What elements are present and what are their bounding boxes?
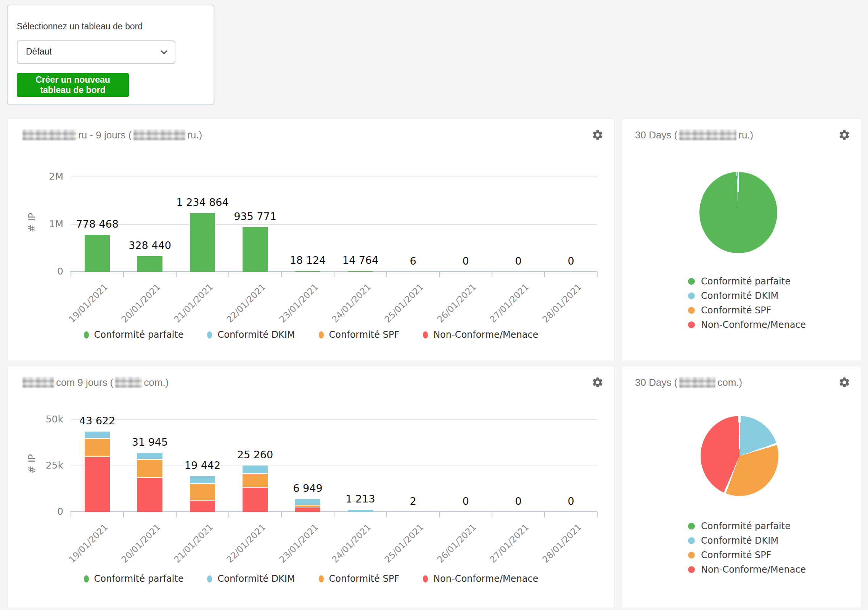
x-axis-tick bbox=[123, 272, 124, 277]
bar-segment[interactable] bbox=[243, 474, 268, 487]
pie-chart[interactable] bbox=[699, 172, 777, 253]
bar-segment[interactable] bbox=[85, 438, 110, 457]
bar-segment[interactable] bbox=[348, 510, 373, 512]
legend-item[interactable]: Conformité SPF bbox=[319, 329, 400, 340]
pie-chart[interactable] bbox=[701, 416, 778, 496]
bar-segment[interactable] bbox=[137, 256, 162, 272]
segment-separator bbox=[137, 477, 162, 478]
x-axis-tick bbox=[597, 512, 598, 517]
dashboard-select[interactable]: Défaut bbox=[17, 40, 175, 64]
legend-item[interactable]: Conformité DKIM bbox=[688, 289, 806, 303]
legend-marker bbox=[688, 523, 695, 530]
bar-segment[interactable] bbox=[243, 487, 268, 512]
x-axis-tick bbox=[281, 272, 282, 277]
legend-item[interactable]: Non-Conforme/Menace bbox=[688, 562, 806, 577]
bar-segment[interactable] bbox=[85, 235, 110, 272]
bar-segment[interactable] bbox=[137, 478, 162, 512]
bar-segment[interactable] bbox=[295, 271, 320, 272]
legend-label: Conformité parfaite bbox=[701, 276, 791, 287]
pie-chart-card-ru: 30 Days (ru.) Conformité parfaiteConform… bbox=[622, 119, 861, 361]
y-axis-title: # IP bbox=[26, 199, 37, 245]
legend-item[interactable]: Conformité parfaite bbox=[688, 274, 806, 289]
x-axis-tick bbox=[386, 512, 387, 517]
bar-segment[interactable] bbox=[243, 466, 268, 474]
x-axis-tick bbox=[176, 512, 177, 517]
legend-label: Conformité DKIM bbox=[701, 291, 778, 301]
legend-item[interactable]: Conformité parfaite bbox=[84, 329, 184, 340]
create-dashboard-button[interactable]: Créer un nouveau tableau de bord bbox=[17, 73, 129, 97]
bar-segment[interactable] bbox=[190, 213, 215, 272]
legend-marker bbox=[688, 307, 695, 314]
plot-area: 43 62231 94519 44225 2606 9491 2132000 bbox=[71, 420, 597, 512]
bar-segment[interactable] bbox=[295, 499, 320, 505]
segment-separator bbox=[295, 505, 320, 506]
x-axis-tick bbox=[334, 512, 334, 517]
bar-value-label: 6 949 bbox=[266, 482, 350, 494]
bar-segment[interactable] bbox=[85, 457, 110, 512]
y-gridline bbox=[71, 177, 597, 177]
bar-chart-card-com: com 9 jours (com.) 43 62231 94519 44225 … bbox=[8, 366, 614, 608]
legend-item[interactable]: Conformité parfaite bbox=[84, 573, 184, 584]
legend-marker bbox=[688, 278, 695, 285]
bar-segment[interactable] bbox=[243, 227, 268, 272]
x-axis-label: 21/01/2021 bbox=[162, 522, 215, 575]
bar-segment[interactable] bbox=[190, 476, 215, 483]
segment-separator bbox=[295, 507, 320, 507]
x-axis-label: 25/01/2021 bbox=[373, 522, 426, 575]
legend-marker bbox=[84, 331, 89, 339]
bar-segment[interactable] bbox=[190, 483, 215, 500]
bar-segment[interactable] bbox=[137, 453, 162, 459]
legend-item[interactable]: Conformité SPF bbox=[688, 548, 806, 562]
bar-segment[interactable] bbox=[295, 507, 320, 512]
x-axis-label: 24/01/2021 bbox=[320, 522, 373, 575]
chart-legend: Conformité parfaiteConformité DKIMConfor… bbox=[8, 573, 614, 584]
bar-chart-com: 43 62231 94519 44225 2606 9491 213200050… bbox=[8, 366, 614, 608]
x-axis-tick bbox=[544, 272, 545, 277]
y-axis-tick-label: 2M bbox=[6, 171, 63, 182]
x-axis-label: 20/01/2021 bbox=[109, 282, 162, 335]
legend-label: Conformité SPF bbox=[329, 329, 400, 340]
legend-label: Conformité parfaite bbox=[94, 573, 184, 584]
legend-label: Non-Conforme/Menace bbox=[701, 564, 806, 575]
legend-item[interactable]: Non-Conforme/Menace bbox=[423, 329, 538, 340]
segment-separator bbox=[85, 438, 110, 439]
segment-separator bbox=[190, 500, 215, 501]
legend-marker bbox=[319, 575, 324, 583]
bar-value-label: 778 468 bbox=[55, 218, 139, 230]
legend-item[interactable]: Conformité DKIM bbox=[688, 533, 806, 548]
x-axis-tick bbox=[281, 512, 282, 517]
legend-label: Conformité DKIM bbox=[217, 329, 295, 340]
legend-label: Conformité SPF bbox=[329, 573, 400, 584]
x-axis-label: 28/01/2021 bbox=[530, 282, 583, 335]
segment-separator bbox=[137, 459, 162, 460]
x-axis-label: 26/01/2021 bbox=[425, 282, 478, 335]
legend-marker bbox=[423, 575, 428, 583]
legend-item[interactable]: Non-Conforme/Menace bbox=[688, 318, 806, 332]
pie-chart-ru: Conformité parfaiteConformité DKIMConfor… bbox=[622, 119, 861, 361]
y-axis-tick-label: 0 bbox=[6, 506, 63, 517]
x-axis-label: 22/01/2021 bbox=[215, 522, 268, 575]
legend-marker bbox=[688, 537, 695, 544]
legend-item[interactable]: Conformité SPF bbox=[319, 573, 400, 584]
bar-segment[interactable] bbox=[348, 271, 373, 272]
x-axis-label: 22/01/2021 bbox=[215, 282, 268, 335]
x-axis-label: 19/01/2021 bbox=[57, 522, 110, 575]
bar-value-label: 25 260 bbox=[213, 449, 297, 461]
legend-item[interactable]: Conformité parfaite bbox=[688, 519, 806, 533]
legend-item[interactable]: Conformité DKIM bbox=[207, 329, 295, 340]
bar-value-label: 1 234 864 bbox=[161, 196, 244, 208]
legend-item[interactable]: Conformité DKIM bbox=[207, 573, 295, 584]
x-axis-label: 26/01/2021 bbox=[425, 522, 478, 575]
y-gridline bbox=[71, 419, 597, 420]
bar-segment[interactable] bbox=[190, 500, 215, 512]
legend-label: Conformité SPF bbox=[701, 550, 772, 560]
legend-marker bbox=[688, 292, 695, 299]
bar-value-label: 935 771 bbox=[213, 210, 297, 222]
bar-value-label: 31 945 bbox=[108, 436, 192, 448]
legend-marker bbox=[688, 321, 695, 328]
bar-segment[interactable] bbox=[137, 459, 162, 478]
legend-label: Conformité SPF bbox=[701, 305, 772, 316]
legend-item[interactable]: Non-Conforme/Menace bbox=[423, 573, 538, 584]
bar-segment[interactable] bbox=[85, 432, 110, 438]
legend-item[interactable]: Conformité SPF bbox=[688, 303, 806, 318]
